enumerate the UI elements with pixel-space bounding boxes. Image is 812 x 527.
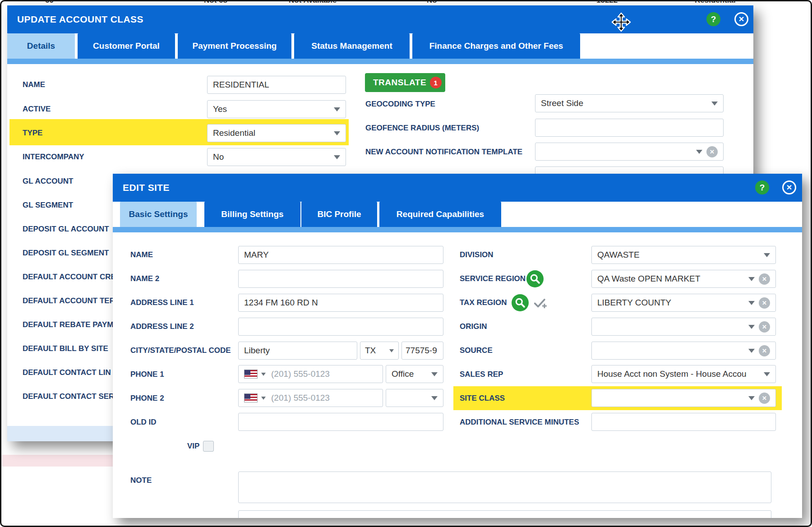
help-button[interactable]: ? <box>755 180 769 194</box>
origin-select[interactable]: ✕ <box>591 318 776 336</box>
update-account-class-titlebar[interactable]: UPDATE ACCOUNT CLASS <box>7 5 753 33</box>
deposit-gl-segment-label: DEPOSIT GL SEGMENT <box>23 249 109 258</box>
address-line1-input[interactable]: 1234 FM 160 RD N <box>238 294 443 312</box>
translate-button[interactable]: TRANSLATE 1 <box>365 73 445 92</box>
chevron-down-icon <box>764 253 770 257</box>
site-name-input[interactable]: MARY <box>238 246 443 264</box>
tab-basic-settings[interactable]: Basic Settings <box>120 202 197 227</box>
tab-required-capabilities[interactable]: Required Capabilities <box>379 202 501 227</box>
site-class-select[interactable]: ✕ <box>591 389 776 407</box>
postal-code-value: 77575-9 <box>406 346 439 356</box>
phone1-label: PHONE 1 <box>130 370 164 379</box>
phone1-input[interactable]: (201) 555-0123 <box>238 365 383 383</box>
address-line2-input[interactable] <box>238 318 443 336</box>
type-select[interactable]: Residential <box>207 124 346 142</box>
clear-icon[interactable]: ✕ <box>759 345 770 356</box>
clear-icon[interactable]: ✕ <box>706 146 718 157</box>
vip-label: VIP <box>187 442 199 451</box>
chevron-down-icon <box>748 349 755 353</box>
update-account-class-tabs: Details Customer Portal Payment Processi… <box>7 33 753 59</box>
name-input[interactable]: RESIDENTIAL <box>207 76 346 94</box>
service-region-label: SERVICE REGION <box>460 274 526 283</box>
division-select[interactable]: QAWASTE <box>591 246 776 264</box>
sales-rep-select[interactable]: House Acct non System - House Accou <box>591 365 776 383</box>
phone2-type-select[interactable] <box>386 389 443 407</box>
notification-template-label: NEW ACCOUNT NOTIFICATION TEMPLATE <box>365 148 522 157</box>
phone2-placeholder: (201) 555-0123 <box>271 393 377 403</box>
geofence-radius-input[interactable] <box>535 119 724 137</box>
site-name2-input[interactable] <box>238 270 443 288</box>
clear-icon[interactable]: ✕ <box>759 321 770 333</box>
old-id-label: OLD ID <box>130 418 157 427</box>
type-value: Residential <box>213 128 329 138</box>
dialog-title: UPDATE ACCOUNT CLASS <box>7 14 143 25</box>
clear-icon[interactable]: ✕ <box>759 297 770 309</box>
tax-region-label: TAX REGION <box>460 298 507 307</box>
chevron-down-icon <box>334 155 340 159</box>
chevron-down-icon <box>748 325 755 329</box>
tab-payment-processing[interactable]: Payment Processing <box>178 33 291 59</box>
notification-template-select[interactable]: ✕ <box>535 143 724 161</box>
partially-hidden-bottom-input[interactable] <box>238 510 771 518</box>
translate-badge: 1 <box>430 77 442 88</box>
city-input[interactable]: Liberty <box>238 342 357 360</box>
help-button[interactable]: ? <box>706 12 720 26</box>
tab-underline-strip <box>7 59 753 64</box>
default-account-ter-label: DEFAULT ACCOUNT TER <box>23 296 115 305</box>
active-select[interactable]: Yes <box>207 100 346 118</box>
deposit-gl-account-label: DEPOSIT GL ACCOUNT <box>23 225 109 234</box>
phone2-input[interactable]: (201) 555-0123 <box>238 389 383 407</box>
tab-status-management[interactable]: Status Management <box>294 33 410 59</box>
dialog-title: EDIT SITE <box>113 182 170 193</box>
source-select[interactable]: ✕ <box>591 342 776 360</box>
service-region-select[interactable]: QA Waste OPEN MARKET ✕ <box>591 270 776 288</box>
intercompany-select[interactable]: No <box>207 148 346 166</box>
phone1-type-select[interactable]: Office <box>386 365 443 383</box>
default-contact-lin-label: DEFAULT CONTACT LIN <box>23 368 111 377</box>
sales-rep-label: SALES REP <box>460 370 503 379</box>
address-line2-label: ADDRESS LINE 2 <box>130 322 194 331</box>
tax-region-select[interactable]: LIBERTY COUNTY ✕ <box>591 294 776 312</box>
us-flag-icon[interactable] <box>244 370 258 379</box>
search-icon[interactable] <box>526 270 544 287</box>
geocoding-type-value: Street Side <box>541 98 707 108</box>
active-label: ACTIVE <box>23 105 51 114</box>
geocoding-type-label: GEOCODING TYPE <box>365 100 435 109</box>
close-button[interactable]: ✕ <box>734 12 748 26</box>
background-cell: 60 <box>45 0 54 5</box>
clear-icon[interactable]: ✕ <box>759 393 770 404</box>
state-value: TX <box>365 346 386 356</box>
tab-customer-portal[interactable]: Customer Portal <box>78 33 175 59</box>
us-flag-icon[interactable] <box>244 393 258 402</box>
clear-icon[interactable]: ✕ <box>759 273 770 285</box>
search-icon[interactable] <box>512 294 529 311</box>
background-cell: 13222 <box>596 0 618 5</box>
division-value: QAWASTE <box>597 250 759 260</box>
address-line1-value: 1234 FM 160 RD N <box>244 298 438 308</box>
close-button[interactable]: ✕ <box>782 180 796 194</box>
tab-billing-settings[interactable]: Billing Settings <box>204 202 300 227</box>
tab-bic-profile[interactable]: BIC Profile <box>301 202 377 227</box>
additional-service-minutes-label: ADDITIONAL SERVICE MINUTES <box>460 418 579 427</box>
tab-details[interactable]: Details <box>7 33 75 59</box>
chevron-down-icon <box>764 372 770 376</box>
geocoding-type-select[interactable]: Street Side <box>535 94 724 112</box>
old-id-input[interactable] <box>238 413 443 431</box>
tab-finance-charges[interactable]: Finance Charges and Other Fees <box>412 33 580 59</box>
chevron-down-icon <box>389 349 394 352</box>
state-select[interactable]: TX <box>360 342 399 360</box>
question-icon: ? <box>760 183 765 193</box>
note-textarea[interactable] <box>238 472 771 503</box>
background-cell: Not Available <box>289 0 337 5</box>
edit-site-titlebar[interactable]: EDIT SITE <box>113 174 802 202</box>
postal-code-input[interactable]: 77575-9 <box>401 342 443 360</box>
additional-service-minutes-input[interactable] <box>591 413 776 431</box>
type-label: TYPE <box>23 129 42 138</box>
check-add-icon[interactable] <box>532 295 548 310</box>
vip-checkbox[interactable] <box>203 441 214 452</box>
sales-rep-value: House Acct non System - House Accou <box>597 369 759 379</box>
gl-segment-label: GL SEGMENT <box>23 201 73 210</box>
origin-label: ORIGIN <box>460 322 487 331</box>
chevron-down-icon <box>431 372 438 376</box>
city-value: Liberty <box>244 346 351 356</box>
